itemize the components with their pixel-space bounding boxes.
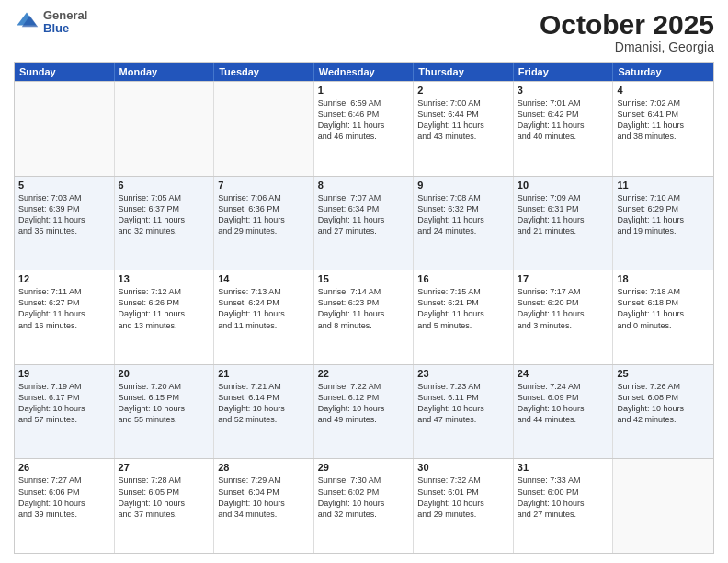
calendar-cell: 4Sunrise: 7:02 AM Sunset: 6:41 PM Daylig… <box>613 82 713 176</box>
calendar-cell: 19Sunrise: 7:19 AM Sunset: 6:17 PM Dayli… <box>15 365 115 459</box>
day-number: 17 <box>518 273 609 284</box>
day-info: Sunrise: 7:18 AM Sunset: 6:18 PM Dayligh… <box>617 286 710 331</box>
calendar-cell <box>214 82 314 176</box>
day-info: Sunrise: 7:21 AM Sunset: 6:14 PM Dayligh… <box>218 381 310 426</box>
day-info: Sunrise: 7:09 AM Sunset: 6:31 PM Dayligh… <box>518 192 609 237</box>
day-info: Sunrise: 7:11 AM Sunset: 6:27 PM Dayligh… <box>18 286 110 331</box>
day-info: Sunrise: 7:02 AM Sunset: 6:41 PM Dayligh… <box>617 98 710 143</box>
calendar-cell <box>115 82 215 176</box>
calendar-cell: 5Sunrise: 7:03 AM Sunset: 6:39 PM Daylig… <box>15 177 115 270</box>
day-number: 19 <box>18 368 110 379</box>
day-info: Sunrise: 7:10 AM Sunset: 6:29 PM Dayligh… <box>617 192 710 237</box>
header-day-friday: Friday <box>514 63 614 81</box>
day-info: Sunrise: 7:08 AM Sunset: 6:32 PM Dayligh… <box>417 192 509 237</box>
calendar-row-3: 19Sunrise: 7:19 AM Sunset: 6:17 PM Dayli… <box>15 364 713 459</box>
calendar-cell: 18Sunrise: 7:18 AM Sunset: 6:18 PM Dayli… <box>613 270 713 364</box>
calendar-cell: 12Sunrise: 7:11 AM Sunset: 6:27 PM Dayli… <box>15 270 115 364</box>
calendar-cell: 21Sunrise: 7:21 AM Sunset: 6:14 PM Dayli… <box>214 365 314 459</box>
day-number: 2 <box>417 85 509 96</box>
calendar-row-1: 5Sunrise: 7:03 AM Sunset: 6:39 PM Daylig… <box>15 176 713 270</box>
day-info: Sunrise: 7:19 AM Sunset: 6:17 PM Dayligh… <box>18 381 110 426</box>
day-info: Sunrise: 7:01 AM Sunset: 6:42 PM Dayligh… <box>518 98 609 143</box>
day-info: Sunrise: 7:03 AM Sunset: 6:39 PM Dayligh… <box>18 192 110 237</box>
calendar-header: SundayMondayTuesdayWednesdayThursdayFrid… <box>15 63 713 81</box>
day-number: 28 <box>218 462 310 473</box>
calendar-cell: 13Sunrise: 7:12 AM Sunset: 6:26 PM Dayli… <box>115 270 215 364</box>
calendar-cell: 1Sunrise: 6:59 AM Sunset: 6:46 PM Daylig… <box>314 82 415 176</box>
day-info: Sunrise: 7:28 AM Sunset: 6:05 PM Dayligh… <box>119 475 210 520</box>
day-info: Sunrise: 7:32 AM Sunset: 6:01 PM Dayligh… <box>417 475 509 520</box>
logo-text: General Blue <box>43 9 87 36</box>
calendar-cell: 20Sunrise: 7:20 AM Sunset: 6:15 PM Dayli… <box>115 365 215 459</box>
day-number: 16 <box>417 273 509 284</box>
day-info: Sunrise: 7:06 AM Sunset: 6:36 PM Dayligh… <box>218 192 310 237</box>
day-info: Sunrise: 7:14 AM Sunset: 6:23 PM Dayligh… <box>318 286 410 331</box>
day-info: Sunrise: 7:13 AM Sunset: 6:24 PM Dayligh… <box>218 286 310 331</box>
header-day-sunday: Sunday <box>15 63 115 81</box>
calendar-cell: 17Sunrise: 7:17 AM Sunset: 6:20 PM Dayli… <box>514 270 614 364</box>
day-number: 8 <box>318 179 410 190</box>
header-day-thursday: Thursday <box>414 63 514 81</box>
day-number: 13 <box>119 273 210 284</box>
day-number: 1 <box>318 85 410 96</box>
day-info: Sunrise: 6:59 AM Sunset: 6:46 PM Dayligh… <box>318 98 410 143</box>
calendar-cell: 31Sunrise: 7:33 AM Sunset: 6:00 PM Dayli… <box>514 459 614 553</box>
day-info: Sunrise: 7:29 AM Sunset: 6:04 PM Dayligh… <box>218 475 310 520</box>
logo: General Blue <box>14 9 87 36</box>
logo-general: General <box>43 9 87 22</box>
calendar-body: 1Sunrise: 6:59 AM Sunset: 6:46 PM Daylig… <box>15 81 713 553</box>
calendar-cell: 6Sunrise: 7:05 AM Sunset: 6:37 PM Daylig… <box>115 177 215 270</box>
day-number: 9 <box>417 179 509 190</box>
day-number: 11 <box>617 179 710 190</box>
day-number: 18 <box>617 273 710 284</box>
calendar-cell: 10Sunrise: 7:09 AM Sunset: 6:31 PM Dayli… <box>514 177 614 270</box>
calendar-cell <box>15 82 115 176</box>
day-info: Sunrise: 7:20 AM Sunset: 6:15 PM Dayligh… <box>119 381 210 426</box>
day-info: Sunrise: 7:15 AM Sunset: 6:21 PM Dayligh… <box>417 286 509 331</box>
calendar-cell: 25Sunrise: 7:26 AM Sunset: 6:08 PM Dayli… <box>613 365 713 459</box>
calendar-row-0: 1Sunrise: 6:59 AM Sunset: 6:46 PM Daylig… <box>15 81 713 176</box>
day-number: 23 <box>417 368 509 379</box>
day-number: 26 <box>18 462 110 473</box>
day-number: 10 <box>518 179 609 190</box>
month-title: October 2025 <box>540 9 714 40</box>
day-info: Sunrise: 7:30 AM Sunset: 6:02 PM Dayligh… <box>318 475 410 520</box>
day-number: 29 <box>318 462 410 473</box>
day-number: 30 <box>417 462 509 473</box>
day-number: 15 <box>318 273 410 284</box>
calendar-cell: 3Sunrise: 7:01 AM Sunset: 6:42 PM Daylig… <box>514 82 614 176</box>
calendar-cell <box>613 459 713 553</box>
logo-icon <box>14 9 40 35</box>
calendar-cell: 15Sunrise: 7:14 AM Sunset: 6:23 PM Dayli… <box>314 270 415 364</box>
header-day-wednesday: Wednesday <box>314 63 415 81</box>
header-day-tuesday: Tuesday <box>214 63 314 81</box>
day-number: 5 <box>18 179 110 190</box>
day-info: Sunrise: 7:33 AM Sunset: 6:00 PM Dayligh… <box>518 475 609 520</box>
day-info: Sunrise: 7:26 AM Sunset: 6:08 PM Dayligh… <box>617 381 710 426</box>
day-number: 21 <box>218 368 310 379</box>
calendar-cell: 16Sunrise: 7:15 AM Sunset: 6:21 PM Dayli… <box>414 270 514 364</box>
day-info: Sunrise: 7:05 AM Sunset: 6:37 PM Dayligh… <box>119 192 210 237</box>
calendar-cell: 26Sunrise: 7:27 AM Sunset: 6:06 PM Dayli… <box>15 459 115 553</box>
day-number: 25 <box>617 368 710 379</box>
day-info: Sunrise: 7:23 AM Sunset: 6:11 PM Dayligh… <box>417 381 509 426</box>
day-number: 14 <box>218 273 310 284</box>
header: General Blue October 2025 Dmanisi, Georg… <box>14 9 714 54</box>
location: Dmanisi, Georgia <box>540 40 714 54</box>
day-number: 31 <box>518 462 609 473</box>
header-day-monday: Monday <box>115 63 215 81</box>
day-info: Sunrise: 7:00 AM Sunset: 6:44 PM Dayligh… <box>417 98 509 143</box>
calendar-cell: 24Sunrise: 7:24 AM Sunset: 6:09 PM Dayli… <box>514 365 614 459</box>
calendar: SundayMondayTuesdayWednesdayThursdayFrid… <box>14 62 714 554</box>
calendar-row-4: 26Sunrise: 7:27 AM Sunset: 6:06 PM Dayli… <box>15 458 713 553</box>
day-info: Sunrise: 7:24 AM Sunset: 6:09 PM Dayligh… <box>518 381 609 426</box>
calendar-cell: 7Sunrise: 7:06 AM Sunset: 6:36 PM Daylig… <box>214 177 314 270</box>
title-block: October 2025 Dmanisi, Georgia <box>540 9 714 54</box>
day-number: 20 <box>119 368 210 379</box>
calendar-cell: 8Sunrise: 7:07 AM Sunset: 6:34 PM Daylig… <box>314 177 415 270</box>
day-number: 24 <box>518 368 609 379</box>
calendar-cell: 2Sunrise: 7:00 AM Sunset: 6:44 PM Daylig… <box>414 82 514 176</box>
calendar-cell: 22Sunrise: 7:22 AM Sunset: 6:12 PM Dayli… <box>314 365 415 459</box>
day-info: Sunrise: 7:27 AM Sunset: 6:06 PM Dayligh… <box>18 475 110 520</box>
calendar-cell: 28Sunrise: 7:29 AM Sunset: 6:04 PM Dayli… <box>214 459 314 553</box>
